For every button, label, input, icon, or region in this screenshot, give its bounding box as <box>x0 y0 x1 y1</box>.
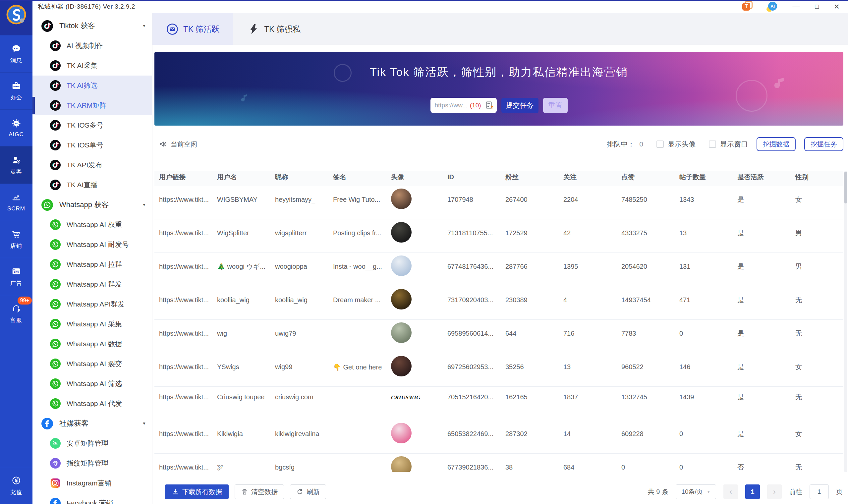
sidebar-item-label: TK AI采集 <box>67 61 97 70</box>
rail-item-messages[interactable]: 消息 <box>0 35 33 72</box>
cell-url[interactable]: https://www.tikt... <box>159 363 217 371</box>
rail-item-recharge[interactable]: 充值 <box>0 467 33 504</box>
table-row[interactable]: https://www.tikt...wiguwig7969589560614.… <box>155 320 843 353</box>
cell-url[interactable]: https://www.tikt... <box>159 393 217 401</box>
next-page-button[interactable]: › <box>767 484 782 499</box>
sidebar-item-label: TK IOS单号 <box>67 141 103 150</box>
sidebar-item-facebook-marketing[interactable]: Facebook 营销 <box>33 493 152 504</box>
sidebar-item-wa-qunfa[interactable]: Whatsapp AI 群发 <box>33 274 152 294</box>
chevron-down-icon[interactable]: ▼ <box>142 23 146 28</box>
whatsapp-icon <box>50 358 61 370</box>
cell-url[interactable]: https://www.tikt... <box>159 330 217 337</box>
refresh-button[interactable]: 刷新 <box>290 484 326 499</box>
sidebar-item-wa-daifa[interactable]: Whatsapp AI 代发 <box>33 394 152 414</box>
cell-url[interactable]: https://www.tikt... <box>159 229 217 237</box>
prev-page-button[interactable]: ‹ <box>723 484 738 499</box>
sidebar-item-wa-weight[interactable]: Whatsapp AI 权重 <box>33 215 152 235</box>
table-row[interactable]: https://www.tikt...YSwigswig99👇 Get one … <box>155 353 843 387</box>
translate-icon[interactable]: T <box>742 2 751 11</box>
table-scrollbar[interactable] <box>844 171 847 472</box>
cell-username: Kikiwigia <box>217 430 275 438</box>
total-count-label: 共 9 条 <box>648 487 668 497</box>
cell-url[interactable]: https://www.tikt... <box>159 296 217 304</box>
avatar-image <box>391 456 412 472</box>
sidebar-item-wa-liebian[interactable]: Whatsapp AI 裂变 <box>33 354 152 374</box>
rail-item-label: AIGC <box>8 131 24 138</box>
sidebar-item-tk-api-publish[interactable]: TK API发布 <box>33 155 152 175</box>
sidebar-item-wa-laqun[interactable]: Whatsapp AI 拉群 <box>33 254 152 274</box>
titlebar-icons: T Ai — □ × <box>742 2 840 12</box>
chevron-down-icon[interactable]: ▼ <box>142 421 146 426</box>
sidebar-item-wa-shuju[interactable]: Whatsapp AI 数据 <box>33 334 152 354</box>
table-row[interactable]: https://www.tikt...Criuswig toupeecriusw… <box>155 387 843 420</box>
rail-item-office[interactable]: 办公 <box>0 72 33 109</box>
cell-url[interactable]: https://www.tikt... <box>159 196 217 203</box>
sidebar-item-android-matrix[interactable]: 安卓矩阵管理 <box>33 433 152 453</box>
sidebar-item-wa-caiji[interactable]: Whatsapp AI 采集 <box>33 314 152 334</box>
cell-url[interactable]: https://www.tikt... <box>159 464 217 471</box>
table-row[interactable]: https://www.tikt...WIGSBYMAYheyyitsmayy_… <box>155 186 843 219</box>
sidebar-group-social[interactable]: 社媒获客▼ <box>33 414 152 433</box>
show-avatar-checkbox[interactable] <box>656 141 664 148</box>
clear-data-button[interactable]: 清空数据 <box>235 484 284 499</box>
table-row[interactable]: https://www.tikt...🕊bgcsfg67739021836...… <box>155 454 843 472</box>
sidebar-item-tk-ios-multi[interactable]: TK IOS多号 <box>33 115 152 135</box>
sidebar-item-instagram-marketing[interactable]: Instagram营销 <box>33 473 152 493</box>
whatsapp-icon <box>50 338 61 349</box>
scrollbar-thumb[interactable] <box>844 172 847 203</box>
table-row[interactable]: https://www.tikt...Kikiwigiakikiwigireva… <box>155 420 843 454</box>
cell-likes: 7783 <box>621 330 679 337</box>
show-window-checkbox[interactable] <box>709 141 716 148</box>
mine-task-button[interactable]: 挖掘任务 <box>804 137 843 151</box>
ai-chat-icon[interactable]: Ai <box>766 2 777 12</box>
page-size-select[interactable]: 10条/页 ▼ <box>676 484 716 499</box>
rail-item-aigc[interactable]: AIAIGC <box>0 109 33 146</box>
current-page-button[interactable]: 1 <box>745 484 760 499</box>
rail-item-label: 客服 <box>10 317 22 324</box>
sidebar-item-wa-naifahao[interactable]: Whatsapp AI 耐发号 <box>33 235 152 254</box>
facebook-icon <box>41 417 53 430</box>
rail-item-service[interactable]: 99+客服 <box>0 295 33 332</box>
cell-nickname: wigsplitterr <box>275 229 333 237</box>
rail-item-leads[interactable]: 获客 <box>0 146 33 184</box>
sidebar-item-tk-arm-matrix[interactable]: TK ARM矩阵 <box>33 95 152 115</box>
goto-page-input[interactable] <box>810 484 829 499</box>
chevron-down-icon[interactable]: ▼ <box>142 202 146 207</box>
reset-button[interactable]: 重置 <box>543 98 567 113</box>
rail-item-ads[interactable]: ADS广告 <box>0 258 33 295</box>
sidebar-item-tk-ai-shaixuan[interactable]: TK AI筛选 <box>33 75 152 95</box>
sidebar-item-wa-api-qunfa[interactable]: Whatsapp API群发 <box>33 294 152 314</box>
sidebar-item-fingerprint-matrix[interactable]: 指纹矩阵管理 <box>33 453 152 473</box>
sidebar-item-wa-shaixuan[interactable]: Whatsapp AI 筛选 <box>33 374 152 394</box>
service-icon <box>11 304 21 313</box>
table-row[interactable]: https://www.tikt...koollia_wigkoollia_wi… <box>155 286 843 320</box>
sidebar-item-tk-ai-live[interactable]: TK AI直播 <box>33 175 152 195</box>
sidebar-item-tk-ios-single[interactable]: TK IOS单号 <box>33 135 152 155</box>
rail-item-scrm[interactable]: SCRM <box>0 184 33 221</box>
tab-tk-shai-huoyue[interactable]: TK 筛活跃 <box>152 13 233 45</box>
table-row[interactable]: https://www.tikt...WigSplitterwigsplitte… <box>155 219 843 253</box>
sidebar-group-whatsapp[interactable]: Whatsapp 获客▼ <box>33 195 152 215</box>
minimize-button[interactable]: — <box>792 3 800 10</box>
sidebar-item-ai-video[interactable]: AI 视频制作 <box>33 36 152 56</box>
cell-url[interactable]: https://www.tikt... <box>159 263 217 270</box>
maximize-button[interactable]: □ <box>815 3 818 10</box>
avatar: CRIUSWIG <box>391 393 447 401</box>
paste-upload-icon[interactable] <box>485 101 494 110</box>
cell-gender: 女 <box>795 362 843 372</box>
download-all-button[interactable]: 下载所有数据 <box>165 484 229 499</box>
task-url-input[interactable]: https://ww... (10) <box>431 98 497 113</box>
submit-task-button[interactable]: 提交任务 <box>501 98 539 113</box>
sidebar-group-tiktok[interactable]: Tiktok 获客▼ <box>33 16 152 36</box>
close-button[interactable]: × <box>834 2 840 11</box>
rail-item-shop[interactable]: 店铺 <box>0 221 33 258</box>
cell-posts: 146 <box>679 363 737 371</box>
sidebar-item-tk-ai-caiji[interactable]: TK AI采集 <box>33 56 152 75</box>
mine-data-button[interactable]: 挖掘数据 <box>757 137 796 151</box>
table-row[interactable]: https://www.tikt...🎄 woogi ウギ...woogiopp… <box>155 253 843 286</box>
cell-active: 是 <box>737 429 795 438</box>
tab-tk-shai-qiangsi[interactable]: TK 筛强私 <box>233 13 314 45</box>
sidebar-item-label: Whatsapp AI 群发 <box>67 280 122 289</box>
cell-url[interactable]: https://www.tikt... <box>159 430 217 438</box>
column-header: 关注 <box>563 173 621 182</box>
